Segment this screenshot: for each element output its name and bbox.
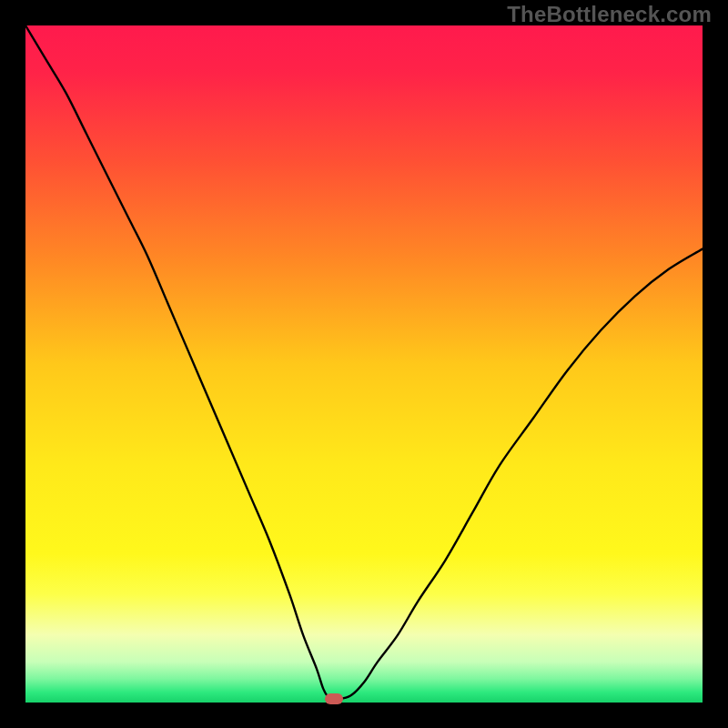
chart-frame: TheBottleneck.com xyxy=(0,0,728,728)
watermark-text: TheBottleneck.com xyxy=(507,2,712,27)
plot-area xyxy=(25,25,703,703)
optimal-point-marker xyxy=(325,693,343,704)
chart-svg xyxy=(25,25,703,703)
gradient-background xyxy=(25,25,703,703)
